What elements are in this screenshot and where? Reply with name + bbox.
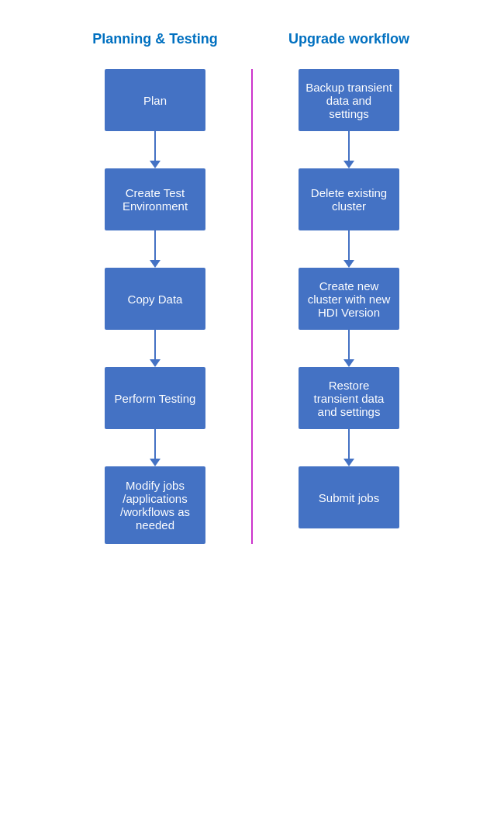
node-submit-jobs: Submit jobs: [299, 466, 399, 528]
right-header-col: Upgrade workflow: [264, 31, 434, 69]
arrow-left-0: [150, 131, 161, 168]
arrow-head: [343, 260, 354, 268]
node-backup: Backup transient data and settings: [299, 69, 399, 131]
arrow-head: [150, 260, 161, 268]
arrow-line: [154, 131, 156, 161]
arrow-line: [348, 230, 350, 260]
arrow-right-2: [343, 330, 354, 367]
arrow-line: [348, 131, 350, 161]
arrow-left-2: [150, 330, 161, 367]
vertical-divider: [251, 69, 253, 544]
left-column: Plan Create Test Environment Copy Data: [70, 69, 240, 544]
node-create-cluster: Create new cluster with new HDI Version: [299, 268, 399, 330]
node-perform-testing: Perform Testing: [105, 367, 205, 429]
arrow-head: [150, 161, 161, 168]
node-modify-jobs: Modify jobs /applications /workflows as …: [105, 466, 205, 544]
left-column-header: Planning & Testing: [92, 31, 218, 47]
arrow-line: [348, 429, 350, 459]
arrow-head: [343, 161, 354, 168]
arrow-right-1: [343, 230, 354, 268]
headers-row: Planning & Testing Upgrade workflow: [0, 31, 504, 69]
arrow-head: [343, 359, 354, 367]
node-plan: Plan: [105, 69, 205, 131]
right-column: Backup transient data and settings Delet…: [264, 69, 434, 544]
arrow-line: [154, 330, 156, 359]
arrow-line: [348, 330, 350, 359]
arrow-line: [154, 230, 156, 260]
node-copy-data: Copy Data: [105, 268, 205, 330]
columns-wrapper: Plan Create Test Environment Copy Data: [0, 69, 504, 544]
right-column-header: Upgrade workflow: [288, 31, 409, 47]
node-create-test-env: Create Test Environment: [105, 168, 205, 230]
arrow-right-3: [343, 429, 354, 466]
left-header-col: Planning & Testing: [70, 31, 240, 69]
arrow-line: [154, 429, 156, 459]
arrow-head: [150, 459, 161, 466]
node-restore: Restore transient data and settings: [299, 367, 399, 429]
arrow-head: [343, 459, 354, 466]
arrow-left-1: [150, 230, 161, 268]
arrow-head: [150, 359, 161, 367]
arrow-left-3: [150, 429, 161, 466]
page: Planning & Testing Upgrade workflow Plan…: [0, 0, 504, 814]
node-delete-cluster: Delete existing cluster: [299, 168, 399, 230]
arrow-right-0: [343, 131, 354, 168]
